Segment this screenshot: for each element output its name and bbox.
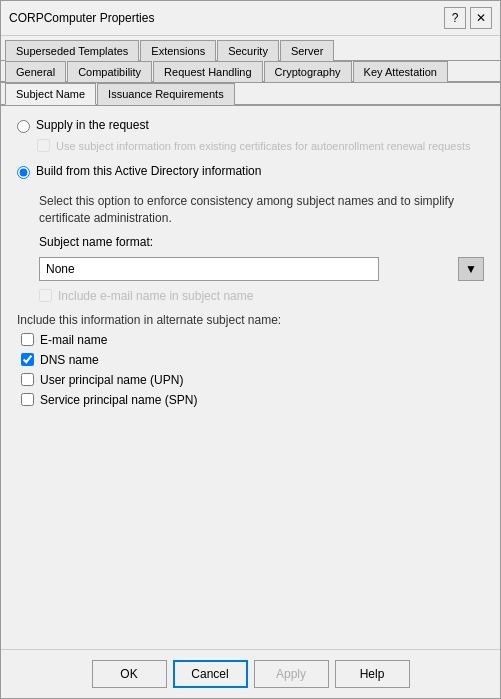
title-bar-controls: ? ✕ [444,7,492,29]
radio-group-supply: Supply in the request Use subject inform… [17,118,484,154]
tab-compatibility[interactable]: Compatibility [67,61,152,82]
radio-supply-label[interactable]: Supply in the request [36,118,149,132]
tab-request[interactable]: Request Handling [153,61,262,82]
radio-build-label[interactable]: Build from this Active Directory informa… [36,164,261,178]
main-content: Supply in the request Use subject inform… [1,106,500,649]
apply-button[interactable]: Apply [254,660,329,688]
alternate-label: Include this information in alternate su… [17,313,484,327]
checkbox-upn[interactable] [21,373,34,386]
tab-security[interactable]: Security [217,40,279,61]
ok-button[interactable]: OK [92,660,167,688]
checkbox-email-subject [39,289,52,302]
tab-general[interactable]: General [5,61,66,82]
tab-superseded[interactable]: Superseded Templates [5,40,139,61]
radio-supply[interactable] [17,120,30,133]
dropdown-arrow-icon: ▼ [458,257,484,281]
tabs-row1: Superseded Templates Extensions Security… [1,36,500,61]
autoenroll-wrapper: Use subject information from existing ce… [37,139,484,154]
checkbox-spn-label[interactable]: Service principal name (SPN) [40,393,197,407]
subtab-subject-name[interactable]: Subject Name [5,83,96,105]
format-label: Subject name format: [39,235,484,249]
checkbox-autoenroll [37,139,50,152]
checkbox-upn-label[interactable]: User principal name (UPN) [40,373,183,387]
tab-cryptography[interactable]: Cryptography [264,61,352,82]
email-checkbox-wrapper: Include e-mail name in subject name [39,289,484,303]
help-button[interactable]: ? [444,7,466,29]
window: CORPComputer Properties ? ✕ Superseded T… [0,0,501,699]
build-description: Select this option to enforce consistenc… [39,193,484,227]
help-footer-button[interactable]: Help [335,660,410,688]
tab-server[interactable]: Server [280,40,334,61]
checkbox-email-alt[interactable] [21,333,34,346]
checkbox-email-subject-label: Include e-mail name in subject name [58,289,253,303]
tab-key-attestation[interactable]: Key Attestation [353,61,448,82]
radio-build[interactable] [17,166,30,179]
tabs-row2: General Compatibility Request Handling C… [1,61,500,83]
check-item-upn: User principal name (UPN) [21,373,484,387]
check-item-dns: DNS name [21,353,484,367]
radio-item-supply: Supply in the request [17,118,484,133]
alternate-section: Include this information in alternate su… [17,313,484,407]
subtabs-row: Subject Name Issuance Requirements [1,83,500,106]
checkbox-autoenroll-label: Use subject information from existing ce… [56,139,471,154]
title-bar: CORPComputer Properties ? ✕ [1,1,500,36]
subject-name-format-dropdown[interactable]: None Common name Fully distinguished nam… [39,257,379,281]
checkbox-email-alt-label[interactable]: E-mail name [40,333,107,347]
checkbox-dns[interactable] [21,353,34,366]
check-item-spn: Service principal name (SPN) [21,393,484,407]
build-section: Select this option to enforce consistenc… [17,193,484,303]
subtab-issuance[interactable]: Issuance Requirements [97,83,235,105]
cancel-button[interactable]: Cancel [173,660,248,688]
tab-extensions[interactable]: Extensions [140,40,216,61]
footer: OK Cancel Apply Help [1,649,500,698]
checkbox-dns-label[interactable]: DNS name [40,353,99,367]
check-item-email: E-mail name [21,333,484,347]
checkbox-spn[interactable] [21,393,34,406]
close-button[interactable]: ✕ [470,7,492,29]
dropdown-wrapper: None Common name Fully distinguished nam… [39,257,484,281]
window-title: CORPComputer Properties [9,11,154,25]
radio-item-build: Build from this Active Directory informa… [17,164,484,179]
